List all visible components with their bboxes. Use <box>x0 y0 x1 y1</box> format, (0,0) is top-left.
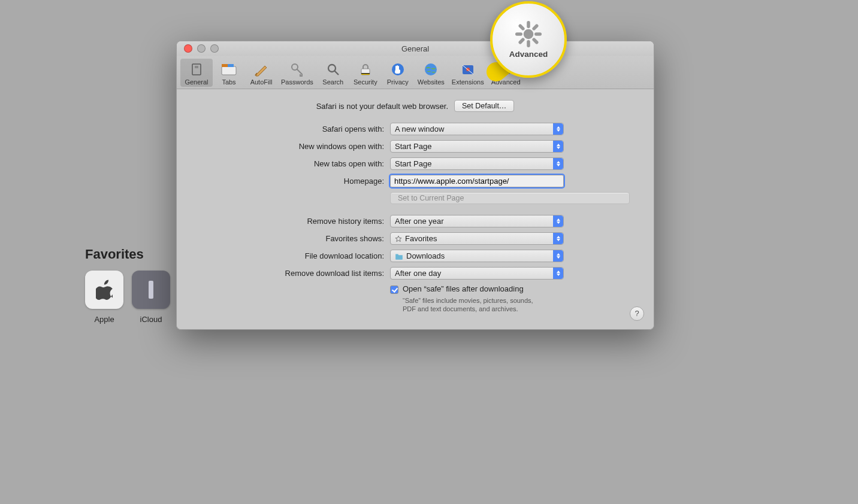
titlebar[interactable]: General <box>177 41 654 56</box>
open-safe-note: “Safe” files include movies, pictures, s… <box>403 296 540 314</box>
popup-new-tabs[interactable]: Start Page <box>390 157 564 170</box>
toolbar-extensions[interactable]: Extensions <box>448 59 488 87</box>
homepage-field[interactable] <box>390 175 564 187</box>
open-safe-checkbox[interactable] <box>390 286 398 294</box>
popup-download-location[interactable]: Downloads <box>390 250 564 262</box>
svg-rect-2 <box>195 66 198 68</box>
chevron-updown-icon <box>553 158 563 169</box>
label-remove-downloads: Remove download list items: <box>201 269 390 278</box>
toolbar-security[interactable]: Security <box>349 59 382 87</box>
toolbar-advanced[interactable]: Advanced <box>488 59 524 87</box>
lock-icon <box>357 61 374 78</box>
svg-rect-11 <box>361 73 370 74</box>
preferences-content: Safari is not your default web browser. … <box>177 89 654 329</box>
chevron-updown-icon <box>553 141 563 152</box>
toolbar-tabs[interactable]: Tabs <box>213 59 245 87</box>
chevron-updown-icon <box>553 123 563 135</box>
favorite-icloud[interactable]: iCloud <box>132 271 170 324</box>
svg-rect-1 <box>192 64 201 75</box>
svg-line-24 <box>508 65 510 67</box>
svg-line-8 <box>334 71 339 75</box>
svg-point-25 <box>524 29 534 39</box>
favorites-row: Apple iCloud <box>85 271 170 324</box>
set-current-page-button[interactable]: Set to Current Page <box>390 192 630 204</box>
general-icon <box>188 61 205 78</box>
apple-logo-icon <box>85 271 123 309</box>
globe-icon <box>422 61 439 78</box>
svg-rect-3 <box>222 66 236 75</box>
icloud-tile-icon <box>132 271 170 309</box>
svg-line-33 <box>534 26 537 29</box>
toolbar-search[interactable]: Search <box>317 59 349 87</box>
label-favorites-shows: Favorites shows: <box>201 234 390 243</box>
autofill-icon <box>253 61 270 78</box>
privacy-hand-icon <box>389 61 406 78</box>
open-safe-label: Open “safe” files after downloading <box>403 284 524 293</box>
chevron-updown-icon <box>553 250 563 262</box>
favorites-heading: Favorites <box>85 247 170 262</box>
popup-safari-opens[interactable]: A new window <box>390 123 564 135</box>
search-icon <box>325 61 342 78</box>
safari-preferences-window: General General Tabs AutoFill Passwords <box>176 41 654 330</box>
popup-remove-downloads[interactable]: After one day <box>390 267 564 280</box>
svg-point-13 <box>425 63 437 75</box>
default-browser-notice: Safari is not your default web browser. <box>316 102 448 111</box>
folder-icon <box>395 253 403 260</box>
window-title: General <box>177 44 654 53</box>
svg-rect-5 <box>228 64 234 67</box>
label-download-location: File download location: <box>201 251 390 260</box>
preferences-toolbar: General Tabs AutoFill Passwords Search <box>177 56 654 89</box>
label-new-windows: New windows open with: <box>201 142 390 151</box>
help-button[interactable]: ? <box>630 306 644 321</box>
tabs-icon <box>220 61 237 78</box>
svg-rect-4 <box>222 64 228 67</box>
toolbar-privacy[interactable]: Privacy <box>382 59 414 87</box>
popup-new-windows[interactable]: Start Page <box>390 140 564 153</box>
toolbar-passwords[interactable]: Passwords <box>277 59 317 87</box>
key-icon <box>289 61 306 78</box>
label-safari-opens: Safari opens with: <box>201 125 390 133</box>
extensions-icon <box>460 61 476 78</box>
popup-favorites-shows[interactable]: Favorites <box>390 232 564 245</box>
toolbar-websites[interactable]: Websites <box>414 59 448 87</box>
svg-rect-0 <box>149 281 153 299</box>
star-icon <box>395 235 402 242</box>
svg-line-23 <box>501 72 503 74</box>
chevron-updown-icon <box>553 268 563 279</box>
label-homepage: Homepage: <box>201 177 390 186</box>
set-default-button[interactable]: Set Default… <box>454 100 514 112</box>
gear-icon <box>497 61 514 78</box>
chevron-updown-icon <box>553 215 563 227</box>
svg-line-22 <box>508 72 510 74</box>
chevron-updown-icon <box>553 233 563 244</box>
svg-line-30 <box>520 26 523 29</box>
label-new-tabs: New tabs open with: <box>201 159 390 168</box>
popup-remove-history[interactable]: After one year <box>390 215 564 227</box>
default-browser-row: Safari is not your default web browser. … <box>201 100 630 112</box>
favorite-label: iCloud <box>140 315 162 324</box>
svg-point-16 <box>503 67 508 72</box>
svg-line-21 <box>501 65 503 67</box>
favorite-apple[interactable]: Apple <box>85 271 123 324</box>
label-remove-history: Remove history items: <box>201 217 390 226</box>
toolbar-general[interactable]: General <box>180 59 213 87</box>
safari-start-page-favorites: Favorites Apple iCloud <box>85 247 170 324</box>
toolbar-autofill[interactable]: AutoFill <box>245 59 277 87</box>
favorite-label: Apple <box>94 315 114 324</box>
